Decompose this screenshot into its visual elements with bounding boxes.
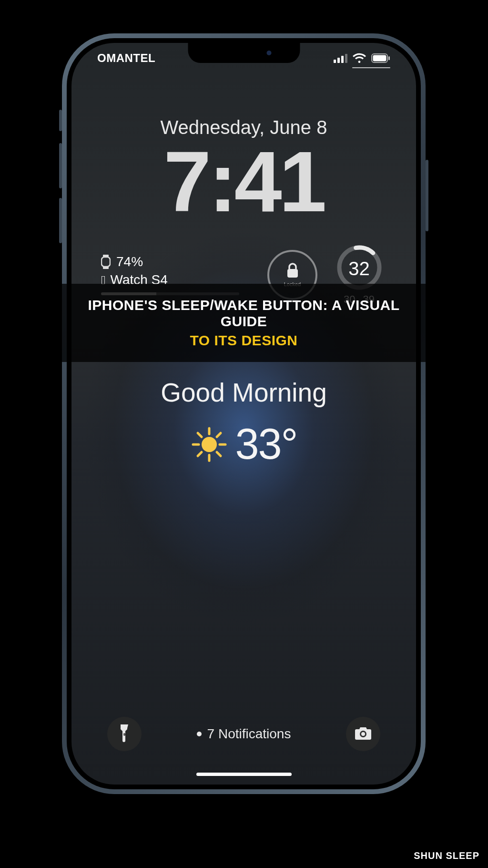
sleep-wake-button[interactable] [426, 160, 428, 231]
temperature-value: 33° [235, 420, 297, 469]
watermark: SHUN SLEEP [414, 850, 479, 861]
flashlight-button[interactable] [107, 717, 142, 751]
svg-line-18 [198, 452, 202, 456]
volume-up-button[interactable] [59, 143, 62, 188]
svg-rect-6 [287, 269, 298, 278]
dot-icon [197, 732, 202, 736]
cellular-signal-icon [334, 53, 347, 63]
svg-point-10 [202, 437, 217, 452]
lock-icon [286, 262, 299, 280]
notch [188, 43, 300, 63]
home-indicator[interactable] [196, 773, 292, 776]
watch-battery-value: 74% [116, 254, 143, 269]
ring-center-value: 32 [332, 258, 386, 279]
camera-button[interactable] [346, 717, 380, 751]
wifi-icon [352, 53, 366, 63]
flashlight-icon [118, 723, 131, 744]
lock-screen[interactable]: OMANTEL Wednesday, June 8 7:41 [71, 43, 416, 785]
notifications-label: 7 Notifications [207, 726, 291, 742]
overlay-title-line1: IPHONE'S SLEEP/WAKE BUTTON: A VISUAL GUI… [81, 297, 407, 330]
notifications-indicator[interactable]: 7 Notifications [197, 726, 291, 742]
camera-icon [354, 726, 372, 742]
article-title-overlay: IPHONE'S SLEEP/WAKE BUTTON: A VISUAL GUI… [62, 284, 426, 362]
svg-line-15 [198, 433, 202, 437]
svg-rect-5 [102, 257, 110, 267]
weather-widget[interactable]: 33° [95, 420, 392, 469]
phone-frame: OMANTEL Wednesday, June 8 7:41 [62, 33, 426, 794]
svg-point-21 [361, 732, 365, 736]
phone-bezel: OMANTEL Wednesday, June 8 7:41 [67, 38, 421, 789]
svg-rect-2 [388, 56, 390, 60]
svg-rect-1 [373, 55, 386, 62]
silence-switch[interactable] [59, 110, 62, 131]
svg-point-9 [366, 248, 370, 252]
sun-icon [190, 425, 228, 464]
svg-line-16 [217, 452, 221, 456]
battery-icon [371, 53, 390, 63]
overlay-title-line2: TO ITS DESIGN [81, 332, 407, 349]
lock-time: 7:41 [95, 141, 392, 222]
carrier-label: OMANTEL [97, 52, 155, 65]
watch-icon [101, 255, 111, 269]
svg-rect-19 [123, 733, 125, 736]
svg-line-17 [217, 433, 221, 437]
greeting-text: Good Morning [95, 377, 392, 408]
volume-down-button[interactable] [59, 198, 62, 243]
